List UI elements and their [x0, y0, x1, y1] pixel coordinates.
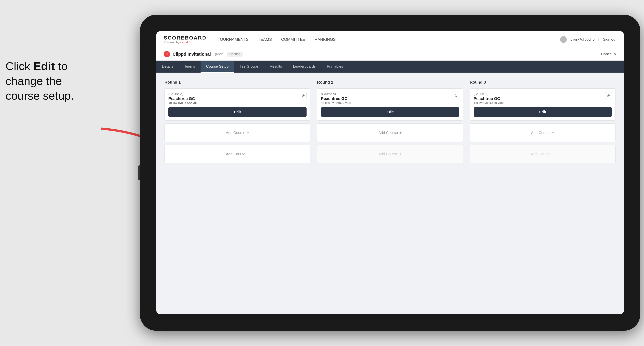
- round-2-course-card: (Course A) Peachtree GC Yellow (M) (6629…: [317, 88, 463, 121]
- add-course-text: Add Course +: [226, 130, 249, 135]
- plus-icon-r3: +: [552, 130, 554, 135]
- nav-teams[interactable]: TEAMS: [258, 36, 272, 43]
- round-1-course-card: (Course A) Peachtree GC Yellow (M) (6629…: [164, 88, 310, 121]
- round-1-title: Round 1: [164, 80, 310, 85]
- round-2-title: Round 2: [317, 80, 463, 85]
- course-details: Yellow (M) (6629 yds): [168, 101, 198, 105]
- user-email: blair@clippd.io: [570, 37, 594, 41]
- scoreboard-logo: SCOREBOARD Powered by clippd: [164, 35, 206, 44]
- edit-course-button-r1[interactable]: Edit: [168, 107, 306, 117]
- course-name-r2: Peachtree GC: [321, 96, 351, 101]
- logo-subtitle: Powered by clippd: [164, 41, 206, 44]
- tournament-gender: (Men): [215, 52, 224, 56]
- nav-tournaments[interactable]: TOURNAMENTS: [218, 36, 249, 43]
- sub-header: C Clippd Invitational (Men) Hosting Canc…: [156, 48, 624, 61]
- add-course-card-r3-2: Add Course +: [470, 145, 616, 163]
- round-2-column: Round 2 (Course A) Peachtree GC Yellow (…: [317, 80, 463, 163]
- tablet-screen: SCOREBOARD Powered by clippd TOURNAMENTS…: [156, 31, 624, 314]
- main-content: Round 1 (Course A) Peachtree GC Yellow (…: [156, 73, 624, 314]
- course-info: (Course A) Peachtree GC Yellow (M) (6629…: [168, 92, 198, 105]
- sign-out-link[interactable]: Sign out: [603, 37, 616, 41]
- add-course-text-r2-2: Add Course +: [378, 152, 402, 156]
- tab-teams[interactable]: Teams: [179, 61, 200, 73]
- clippd-logo: C: [164, 51, 170, 57]
- delete-course-button-r3[interactable]: ⊘: [605, 92, 612, 99]
- tab-printables[interactable]: Printables: [321, 61, 349, 73]
- add-course-card-r2-2: Add Course +: [317, 145, 463, 163]
- nav-rankings[interactable]: RANKINGS: [315, 36, 336, 43]
- top-navigation: SCOREBOARD Powered by clippd TOURNAMENTS…: [156, 31, 624, 48]
- tablet-device: SCOREBOARD Powered by clippd TOURNAMENTS…: [140, 15, 640, 331]
- add-course-card-r3-1[interactable]: Add Course +: [470, 124, 616, 142]
- course-card-header: (Course A) Peachtree GC Yellow (M) (6629…: [168, 92, 306, 105]
- add-course-text-r3: Add Course +: [531, 130, 554, 135]
- plus-icon-2: +: [247, 152, 249, 156]
- course-label-r2: (Course A): [321, 92, 351, 96]
- tab-details[interactable]: Details: [156, 61, 179, 73]
- logo-title: SCOREBOARD: [164, 35, 206, 41]
- separator: |: [598, 37, 599, 41]
- top-nav-right: blair@clippd.io | Sign out: [560, 36, 616, 43]
- course-card-header-r2: (Course A) Peachtree GC Yellow (M) (6629…: [321, 92, 459, 105]
- tab-bar: Details Teams Course Setup Tee Groups Re…: [156, 61, 624, 73]
- add-course-card-r1-2[interactable]: Add Course +: [164, 145, 310, 163]
- course-name: Peachtree GC: [168, 96, 198, 101]
- course-details-r3: Yellow (M) (6629 yds): [474, 101, 504, 105]
- delete-icon: ⊘: [302, 93, 305, 98]
- tournament-name: Clippd Invitational: [172, 52, 211, 57]
- course-label-r3: (Course A): [474, 92, 504, 96]
- course-card-header-r3: (Course A) Peachtree GC Yellow (M) (6629…: [474, 92, 612, 105]
- round-1-column: Round 1 (Course A) Peachtree GC Yellow (…: [164, 80, 310, 163]
- delete-icon-r2: ⊘: [454, 93, 458, 98]
- nav-committee[interactable]: COMMITTEE: [281, 36, 306, 43]
- tab-course-setup[interactable]: Course Setup: [200, 61, 234, 73]
- tab-results[interactable]: Results: [264, 61, 288, 73]
- rounds-grid: Round 1 (Course A) Peachtree GC Yellow (…: [164, 80, 616, 163]
- course-details-r2: Yellow (M) (6629 yds): [321, 101, 351, 105]
- course-name-r3: Peachtree GC: [474, 96, 504, 101]
- delete-icon-r3: ⊘: [607, 93, 610, 98]
- plus-icon-r2: +: [399, 130, 402, 135]
- delete-course-button[interactable]: ⊘: [300, 92, 306, 99]
- add-course-text-2: Add Course +: [226, 152, 249, 156]
- tablet-side-button: [138, 165, 140, 180]
- round-3-title: Round 3: [470, 80, 616, 85]
- add-course-text-r2: Add Course +: [378, 130, 402, 135]
- edit-course-button-r3[interactable]: Edit: [474, 107, 612, 117]
- hosting-badge: Hosting: [227, 52, 243, 57]
- add-course-card-r1-1[interactable]: Add Course +: [164, 124, 310, 142]
- sub-header-left: C Clippd Invitational (Men) Hosting: [164, 51, 601, 57]
- edit-course-button-r2[interactable]: Edit: [321, 107, 459, 117]
- tab-leaderboards[interactable]: Leaderboards: [288, 61, 321, 73]
- logo-brand: clippd: [180, 41, 188, 44]
- edit-emphasis: Edit: [34, 60, 55, 72]
- course-info-r2: (Course A) Peachtree GC Yellow (M) (6629…: [321, 92, 351, 105]
- tab-tee-groups[interactable]: Tee Groups: [234, 61, 264, 73]
- course-label: (Course A): [168, 92, 198, 96]
- course-info-r3: (Course A) Peachtree GC Yellow (M) (6629…: [474, 92, 504, 105]
- plus-icon-r3-2: +: [552, 152, 554, 156]
- cancel-button[interactable]: Cancel: [601, 52, 612, 56]
- plus-icon: +: [247, 130, 249, 135]
- round-3-course-card: (Course A) Peachtree GC Yellow (M) (6629…: [470, 88, 616, 121]
- nav-links: TOURNAMENTS TEAMS COMMITTEE RANKINGS: [218, 36, 560, 43]
- delete-course-button-r2[interactable]: ⊘: [453, 92, 459, 99]
- add-course-text-r3-2: Add Course +: [531, 152, 554, 156]
- instruction-text: Click Edit tochange thecourse setup.: [6, 59, 112, 103]
- plus-icon-r2-2: +: [399, 152, 402, 156]
- add-course-card-r2-1[interactable]: Add Course +: [317, 124, 463, 142]
- user-avatar: [560, 36, 567, 43]
- round-3-column: Round 3 (Course A) Peachtree GC Yellow (…: [470, 80, 616, 163]
- cancel-icon[interactable]: ×: [614, 52, 616, 57]
